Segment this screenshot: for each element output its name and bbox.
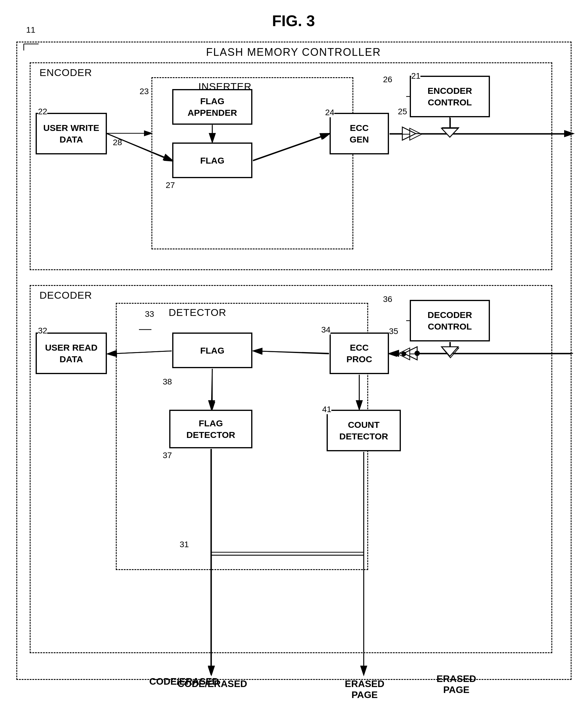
user-write-data-block: USER WRITE DATA [36, 113, 107, 155]
detector-label: DETECTOR [166, 307, 229, 318]
ref-33: 33 [145, 309, 154, 319]
ecc-gen-block: ECC GEN [330, 113, 389, 155]
user-read-data-block: USER READ DATA [36, 332, 107, 374]
encoder-label: ENCODER [37, 67, 94, 78]
ref-41: 41 [322, 405, 331, 414]
erased-page-label: ERASED PAGE [421, 673, 492, 695]
ref-38: 38 [163, 377, 172, 386]
ref-34: 34 [321, 325, 330, 335]
ref-25: 25 [398, 107, 407, 116]
decoder-control-block: DECODER CONTROL [410, 300, 490, 342]
ref-27: 27 [166, 181, 175, 190]
ref-36: 36 [383, 295, 392, 304]
ref-28: 28 [113, 138, 122, 147]
ref-11: 11 [26, 25, 35, 35]
ref-22: 22 [38, 107, 47, 116]
flag-encoder-block: FLAG [172, 142, 252, 178]
ref-26: 26 [383, 75, 392, 84]
flash-controller-label: FLASH MEMORY CONTROLLER [203, 46, 384, 58]
flag-detector-block: FLAG DETECTOR [169, 410, 252, 448]
ref-24: 24 [325, 108, 334, 117]
decoder-label: DECODER [37, 289, 94, 301]
ref-37: 37 [163, 451, 172, 460]
flag-decoder-block: FLAG [172, 332, 252, 368]
ref-35: 35 [389, 327, 398, 336]
ecc-proc-block: ECC PROC [330, 332, 389, 374]
ref-31: 31 [180, 540, 189, 549]
figure-title: FIG. 3 [272, 12, 315, 30]
ref-21: 21 [411, 71, 420, 81]
erased-page-label: ERASEDPAGE [329, 678, 400, 700]
flag-appender-block: FLAG APPENDER [172, 89, 252, 125]
count-detector-block: COUNT DETECTOR [327, 410, 401, 451]
code-erased-label: CODE/ERASED [169, 678, 255, 689]
ref-23: 23 [140, 87, 149, 96]
encoder-control-block: ENCODER CONTROL [410, 76, 490, 117]
ref-32: 32 [38, 326, 47, 335]
